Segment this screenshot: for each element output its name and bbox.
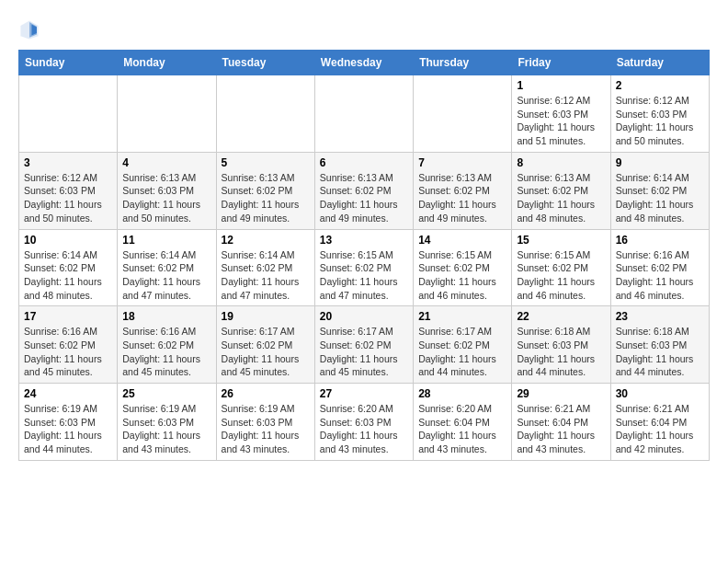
day-number: 13	[320, 234, 408, 247]
day-info: Sunrise: 6:13 AMSunset: 6:02 PMDaylight:…	[517, 171, 605, 225]
day-number: 23	[616, 310, 704, 323]
day-info: Sunrise: 6:17 AMSunset: 6:02 PMDaylight:…	[222, 325, 310, 379]
day-number: 8	[517, 156, 605, 169]
day-number: 24	[24, 387, 112, 400]
calendar-week-row: 24Sunrise: 6:19 AMSunset: 6:03 PMDayligh…	[19, 384, 710, 461]
day-number: 3	[24, 156, 112, 169]
day-number: 19	[222, 310, 310, 323]
day-info: Sunrise: 6:19 AMSunset: 6:03 PMDaylight:…	[24, 402, 112, 456]
day-info: Sunrise: 6:21 AMSunset: 6:04 PMDaylight:…	[517, 402, 605, 456]
day-number: 28	[418, 387, 506, 400]
calendar-cell: 17Sunrise: 6:16 AMSunset: 6:02 PMDayligh…	[19, 306, 118, 384]
calendar-cell: 30Sunrise: 6:21 AMSunset: 6:04 PMDayligh…	[610, 384, 709, 461]
calendar-cell: 6Sunrise: 6:13 AMSunset: 6:02 PMDaylight…	[314, 152, 413, 229]
day-info: Sunrise: 6:19 AMSunset: 6:03 PMDaylight:…	[222, 402, 310, 456]
day-info: Sunrise: 6:13 AMSunset: 6:02 PMDaylight:…	[418, 171, 506, 225]
calendar-table: SundayMondayTuesdayWednesdayThursdayFrid…	[18, 50, 710, 461]
day-number: 14	[418, 234, 506, 247]
calendar-cell	[414, 75, 512, 153]
day-info: Sunrise: 6:13 AMSunset: 6:03 PMDaylight:…	[122, 171, 210, 225]
day-info: Sunrise: 6:12 AMSunset: 6:03 PMDaylight:…	[616, 94, 704, 148]
calendar-cell: 2Sunrise: 6:12 AMSunset: 6:03 PMDaylight…	[610, 75, 709, 153]
day-info: Sunrise: 6:21 AMSunset: 6:04 PMDaylight:…	[616, 402, 704, 456]
calendar-header-row: SundayMondayTuesdayWednesdayThursdayFrid…	[19, 51, 710, 75]
day-number: 30	[616, 387, 704, 400]
day-number: 2	[616, 79, 704, 92]
calendar-cell: 1Sunrise: 6:12 AMSunset: 6:03 PMDaylight…	[512, 75, 610, 153]
day-info: Sunrise: 6:13 AMSunset: 6:02 PMDaylight:…	[320, 171, 408, 225]
calendar-week-row: 17Sunrise: 6:16 AMSunset: 6:02 PMDayligh…	[19, 306, 710, 384]
calendar-week-row: 1Sunrise: 6:12 AMSunset: 6:03 PMDaylight…	[19, 75, 710, 153]
day-info: Sunrise: 6:17 AMSunset: 6:02 PMDaylight:…	[418, 325, 506, 379]
day-info: Sunrise: 6:16 AMSunset: 6:02 PMDaylight:…	[122, 325, 210, 379]
calendar-cell: 22Sunrise: 6:18 AMSunset: 6:03 PMDayligh…	[512, 306, 610, 384]
day-info: Sunrise: 6:20 AMSunset: 6:03 PMDaylight:…	[320, 402, 408, 456]
calendar-cell: 25Sunrise: 6:19 AMSunset: 6:03 PMDayligh…	[118, 384, 216, 461]
day-info: Sunrise: 6:12 AMSunset: 6:03 PMDaylight:…	[517, 94, 605, 148]
calendar-cell: 3Sunrise: 6:12 AMSunset: 6:03 PMDaylight…	[19, 152, 118, 229]
day-info: Sunrise: 6:14 AMSunset: 6:02 PMDaylight:…	[24, 248, 112, 303]
calendar-cell: 26Sunrise: 6:19 AMSunset: 6:03 PMDayligh…	[216, 384, 314, 461]
calendar-cell: 7Sunrise: 6:13 AMSunset: 6:02 PMDaylight…	[414, 152, 512, 229]
calendar-cell: 29Sunrise: 6:21 AMSunset: 6:04 PMDayligh…	[512, 384, 610, 461]
day-number: 29	[517, 387, 605, 400]
day-number: 20	[320, 310, 408, 323]
weekday-header: Tuesday	[216, 51, 314, 75]
calendar-cell: 16Sunrise: 6:16 AMSunset: 6:02 PMDayligh…	[610, 229, 709, 306]
day-info: Sunrise: 6:18 AMSunset: 6:03 PMDaylight:…	[517, 325, 605, 379]
weekday-header: Saturday	[610, 51, 709, 75]
calendar-cell	[314, 75, 413, 153]
day-number: 7	[418, 156, 506, 169]
day-number: 10	[24, 234, 112, 247]
calendar-cell: 4Sunrise: 6:13 AMSunset: 6:03 PMDaylight…	[118, 152, 216, 229]
weekday-header: Friday	[512, 51, 610, 75]
day-info: Sunrise: 6:15 AMSunset: 6:02 PMDaylight:…	[320, 248, 408, 303]
weekday-header: Wednesday	[314, 51, 413, 75]
day-info: Sunrise: 6:18 AMSunset: 6:03 PMDaylight:…	[616, 325, 704, 379]
calendar-cell: 24Sunrise: 6:19 AMSunset: 6:03 PMDayligh…	[19, 384, 118, 461]
day-info: Sunrise: 6:19 AMSunset: 6:03 PMDaylight:…	[122, 402, 210, 456]
day-number: 15	[517, 234, 605, 247]
day-number: 1	[517, 79, 605, 92]
day-number: 9	[616, 156, 704, 169]
day-number: 17	[24, 310, 112, 323]
calendar-cell	[118, 75, 216, 153]
calendar-week-row: 10Sunrise: 6:14 AMSunset: 6:02 PMDayligh…	[19, 229, 710, 306]
calendar-cell: 15Sunrise: 6:15 AMSunset: 6:02 PMDayligh…	[512, 229, 610, 306]
calendar-cell: 10Sunrise: 6:14 AMSunset: 6:02 PMDayligh…	[19, 229, 118, 306]
calendar-cell: 28Sunrise: 6:20 AMSunset: 6:04 PMDayligh…	[414, 384, 512, 461]
day-info: Sunrise: 6:15 AMSunset: 6:02 PMDaylight:…	[517, 248, 605, 303]
weekday-header: Monday	[118, 51, 216, 75]
weekday-header: Sunday	[19, 51, 118, 75]
calendar-cell	[216, 75, 314, 153]
day-number: 27	[320, 387, 408, 400]
logo-icon	[18, 18, 40, 40]
calendar-cell: 27Sunrise: 6:20 AMSunset: 6:03 PMDayligh…	[314, 384, 413, 461]
logo	[18, 18, 44, 40]
day-info: Sunrise: 6:17 AMSunset: 6:02 PMDaylight:…	[320, 325, 408, 379]
calendar-cell: 19Sunrise: 6:17 AMSunset: 6:02 PMDayligh…	[216, 306, 314, 384]
calendar-cell: 8Sunrise: 6:13 AMSunset: 6:02 PMDaylight…	[512, 152, 610, 229]
day-info: Sunrise: 6:20 AMSunset: 6:04 PMDaylight:…	[418, 402, 506, 456]
weekday-header: Thursday	[414, 51, 512, 75]
day-number: 11	[122, 234, 210, 247]
day-info: Sunrise: 6:14 AMSunset: 6:02 PMDaylight:…	[222, 248, 310, 303]
day-info: Sunrise: 6:12 AMSunset: 6:03 PMDaylight:…	[24, 171, 112, 225]
day-number: 22	[517, 310, 605, 323]
calendar-cell: 12Sunrise: 6:14 AMSunset: 6:02 PMDayligh…	[216, 229, 314, 306]
calendar-cell: 21Sunrise: 6:17 AMSunset: 6:02 PMDayligh…	[414, 306, 512, 384]
day-number: 12	[222, 234, 310, 247]
day-info: Sunrise: 6:14 AMSunset: 6:02 PMDaylight:…	[122, 248, 210, 303]
day-number: 25	[122, 387, 210, 400]
day-info: Sunrise: 6:16 AMSunset: 6:02 PMDaylight:…	[616, 248, 704, 303]
calendar-cell: 23Sunrise: 6:18 AMSunset: 6:03 PMDayligh…	[610, 306, 709, 384]
day-info: Sunrise: 6:14 AMSunset: 6:02 PMDaylight:…	[616, 171, 704, 225]
calendar-cell: 11Sunrise: 6:14 AMSunset: 6:02 PMDayligh…	[118, 229, 216, 306]
calendar-cell: 14Sunrise: 6:15 AMSunset: 6:02 PMDayligh…	[414, 229, 512, 306]
calendar-cell: 9Sunrise: 6:14 AMSunset: 6:02 PMDaylight…	[610, 152, 709, 229]
day-number: 26	[222, 387, 310, 400]
day-number: 6	[320, 156, 408, 169]
day-number: 21	[418, 310, 506, 323]
day-number: 18	[122, 310, 210, 323]
calendar-week-row: 3Sunrise: 6:12 AMSunset: 6:03 PMDaylight…	[19, 152, 710, 229]
